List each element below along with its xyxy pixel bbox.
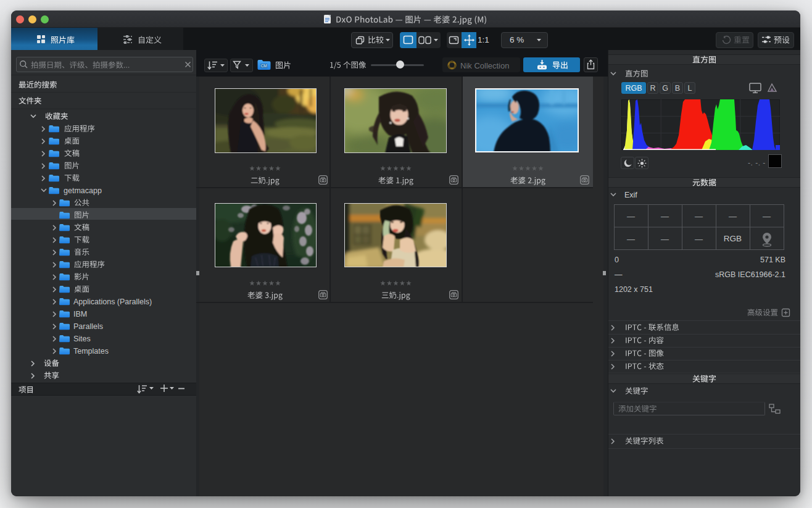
svg-text:CM: CM bbox=[261, 64, 267, 68]
